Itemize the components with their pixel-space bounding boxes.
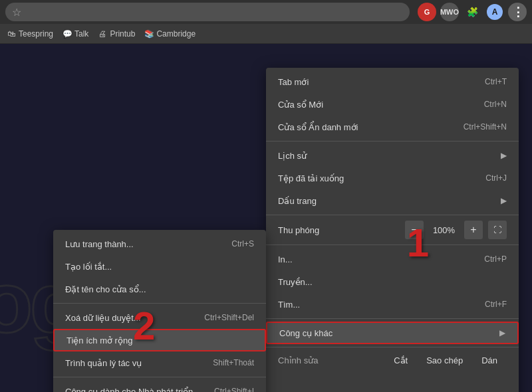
menu-item-tim[interactable]: Tìm... Ctrl+F <box>266 293 519 316</box>
cua-so-moi-label: Cửa sổ Mới <box>278 100 471 110</box>
luu-trang-shortcut: Ctrl+S <box>231 239 254 248</box>
tim-label: Tìm... <box>278 300 471 310</box>
dau-trang-label: Dấu trang <box>278 196 495 206</box>
zoom-label: Thu phóng <box>278 225 400 235</box>
in-shortcut: Ctrl+P <box>484 254 507 264</box>
bookmarks-bar: 🛍 Teespring 💬 Talk 🖨 Printub 📚 Cambridge <box>0 24 532 44</box>
printub-favicon: 🖨 <box>98 29 107 39</box>
sub-menu-item-dat-ten[interactable]: Đặt tên cho cửa sổ... <box>53 278 266 300</box>
sub-menu-item-tao-loi-tat[interactable]: Tạo lối tắt... <box>53 255 266 278</box>
tep-tai-shortcut: Ctrl+J <box>485 173 507 183</box>
trinh-quan-ly-shortcut: Shift+Thoát <box>213 358 254 367</box>
cong-cu-khac-label: Công cụ khác <box>279 328 494 338</box>
cut-button[interactable]: Cắt <box>384 353 417 368</box>
cua-so-moi-shortcut: Ctrl+N <box>484 100 507 109</box>
paste-button[interactable]: Dán <box>472 353 507 368</box>
xoa-du-lieu-label: Xoá dữ liệu duyệt... <box>65 313 191 323</box>
talk-favicon: 💬 <box>63 29 72 39</box>
chinh-sua-label: Chỉnh sửa <box>278 355 384 365</box>
chrome-toolbar: ☆ G MWO 🧩 A ⋮ <box>0 0 532 24</box>
divider-5 <box>266 347 519 347</box>
tab-moi-shortcut: Ctrl+T <box>485 77 507 86</box>
teespring-label: Teespring <box>19 29 53 39</box>
bookmark-talk[interactable]: 💬 Talk <box>63 29 88 39</box>
mwo-icon[interactable]: MWO <box>440 3 459 21</box>
divider-3 <box>266 245 519 245</box>
zoom-minus-button[interactable]: − <box>405 221 424 239</box>
tep-tai-label: Tệp đã tải xuống <box>278 173 472 183</box>
divider-2 <box>266 215 519 215</box>
zoom-fullscreen-button[interactable]: ⛶ <box>488 221 507 239</box>
divider-1 <box>266 141 519 142</box>
cambridge-favicon: 📚 <box>144 29 154 39</box>
bookmark-printub[interactable]: 🖨 Printub <box>98 29 135 39</box>
avatar-circle: A <box>487 4 503 20</box>
xoa-du-lieu-shortcut: Ctrl+Shift+Del <box>204 313 254 322</box>
sub-divider-1 <box>53 303 266 304</box>
lich-su-label: Lịch sử <box>278 151 495 161</box>
tab-moi-label: Tab mới <box>278 77 471 87</box>
google-apps-icon[interactable]: G <box>418 3 436 21</box>
menu-item-tep-tai[interactable]: Tệp đã tải xuống Ctrl+J <box>266 167 519 189</box>
browser-window: ☆ G MWO 🧩 A ⋮ 🛍 Teespring 💬 Talk <box>0 0 532 392</box>
menu-item-truyen[interactable]: Truyền... <box>266 270 519 293</box>
omnibox[interactable]: ☆ <box>5 3 410 21</box>
menu-item-cua-so-moi[interactable]: Cửa sổ Mới Ctrl+N <box>266 93 519 116</box>
printub-label: Printub <box>110 29 135 39</box>
in-label: In... <box>278 254 471 264</box>
trinh-quan-ly-label: Trình quản lý tác vụ <box>65 358 200 368</box>
cua-so-an-label: Cửa sổ Ẩn danh mới <box>278 122 450 132</box>
lich-su-arrow: ▶ <box>501 151 507 160</box>
zoom-plus-button[interactable]: + <box>464 221 483 239</box>
sub-menu-item-luu-trang[interactable]: Lưu trang thành... Ctrl+S <box>53 233 266 255</box>
zoom-row: Thu phóng − 100% + ⛶ <box>266 218 519 242</box>
cambridge-label: Cambridge <box>156 29 196 39</box>
chrome-dropdown-menu: Tab mới Ctrl+T Cửa sổ Mới Ctrl+N Cửa sổ … <box>266 68 519 392</box>
truyen-label: Truyền... <box>278 277 507 287</box>
extensions-puzzle-icon[interactable]: 🧩 <box>463 3 481 21</box>
cong-cu-khac-submenu: Lưu trang thành... Ctrl+S Tạo lối tắt...… <box>53 230 266 392</box>
sub-menu-item-trinh-quan-ly[interactable]: Trình quản lý tác vụ Shift+Thoát <box>53 351 266 374</box>
sub-menu-item-xoa-du-lieu[interactable]: Xoá dữ liệu duyệt... Ctrl+Shift+Del <box>53 306 266 329</box>
tien-ich-label: Tiện ích mở rộng <box>66 336 253 345</box>
cong-cu-nha-shortcut: Ctrl+Shift+I <box>214 387 254 392</box>
menu-item-lich-su[interactable]: Lịch sử ▶ <box>266 144 519 167</box>
sub-menu-item-tien-ich[interactable]: Tiện ích mở rộng <box>53 329 266 351</box>
dau-trang-arrow: ▶ <box>501 196 507 205</box>
star-icon: ☆ <box>12 6 21 19</box>
menu-item-tab-moi[interactable]: Tab mới Ctrl+T <box>266 70 519 93</box>
divider-4 <box>266 318 519 319</box>
menu-item-cua-so-an[interactable]: Cửa sổ Ẩn danh mới Ctrl+Shift+N <box>266 116 519 138</box>
profile-avatar[interactable]: A <box>485 3 504 21</box>
cong-cu-nha-label: Công cụ dành cho Nhà phát triển <box>65 387 201 393</box>
tab-area: ☆ <box>5 3 410 21</box>
menu-item-cong-cu-khac[interactable]: Công cụ khác ▶ <box>266 322 519 344</box>
chrome-menu-button[interactable]: ⋮ <box>508 3 527 21</box>
page-content: ogle 1 2 Tab mới Ctrl+T Cửa sổ Mới Ctrl+… <box>0 44 532 392</box>
menu-item-dau-trang[interactable]: Dấu trang ▶ <box>266 189 519 212</box>
edit-row: Chỉnh sửa Cắt Sao chép Dán <box>266 350 519 371</box>
dat-ten-label: Đặt tên cho cửa sổ... <box>65 284 254 294</box>
talk-label: Talk <box>74 29 88 39</box>
tao-loi-tat-label: Tạo lối tắt... <box>65 262 254 272</box>
bookmark-cambridge[interactable]: 📚 Cambridge <box>144 29 196 39</box>
cua-so-an-shortcut: Ctrl+Shift+N <box>464 122 507 132</box>
sub-divider-2 <box>53 377 266 377</box>
sub-menu-item-cong-cu-nha[interactable]: Công cụ dành cho Nhà phát triển Ctrl+Shi… <box>53 380 266 392</box>
bookmark-teespring[interactable]: 🛍 Teespring <box>7 29 53 39</box>
zoom-value: 100% <box>429 225 459 235</box>
chrome-action-icons: G MWO 🧩 A ⋮ <box>418 3 527 21</box>
teespring-favicon: 🛍 <box>7 29 16 39</box>
menu-item-cai-dat[interactable] <box>266 371 519 392</box>
copy-button[interactable]: Sao chép <box>417 353 472 368</box>
tim-shortcut: Ctrl+F <box>485 300 507 309</box>
menu-item-in[interactable]: In... Ctrl+P <box>266 248 519 270</box>
luu-trang-label: Lưu trang thành... <box>65 239 218 249</box>
cong-cu-khac-arrow: ▶ <box>499 328 505 338</box>
